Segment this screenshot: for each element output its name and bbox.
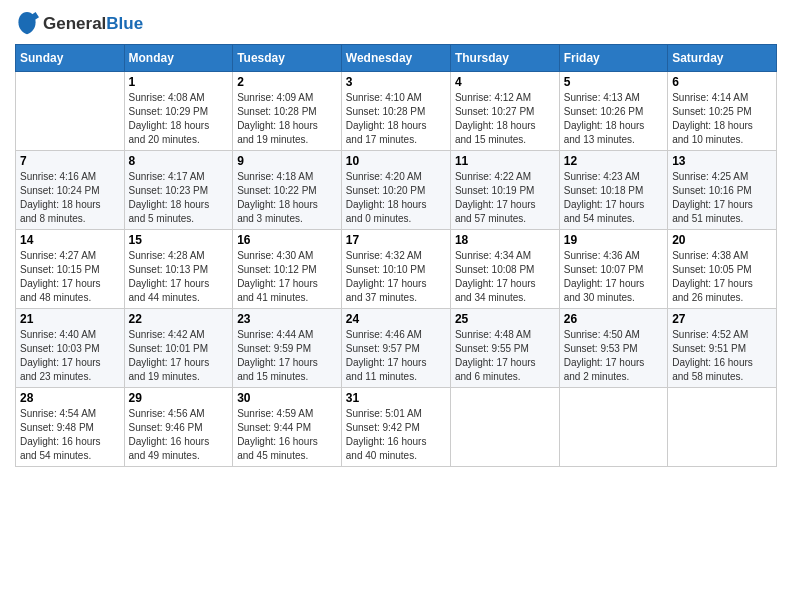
calendar-cell: 28Sunrise: 4:54 AM Sunset: 9:48 PM Dayli… [16, 388, 125, 467]
day-number: 10 [346, 154, 446, 168]
calendar-cell: 7Sunrise: 4:16 AM Sunset: 10:24 PM Dayli… [16, 151, 125, 230]
day-info: Sunrise: 4:14 AM Sunset: 10:25 PM Daylig… [672, 91, 772, 147]
calendar-cell: 24Sunrise: 4:46 AM Sunset: 9:57 PM Dayli… [341, 309, 450, 388]
day-number: 2 [237, 75, 337, 89]
day-number: 5 [564, 75, 663, 89]
day-info: Sunrise: 4:54 AM Sunset: 9:48 PM Dayligh… [20, 407, 120, 463]
day-info: Sunrise: 4:28 AM Sunset: 10:13 PM Daylig… [129, 249, 229, 305]
calendar-cell: 18Sunrise: 4:34 AM Sunset: 10:08 PM Dayl… [450, 230, 559, 309]
calendar-cell: 11Sunrise: 4:22 AM Sunset: 10:19 PM Dayl… [450, 151, 559, 230]
day-info: Sunrise: 4:48 AM Sunset: 9:55 PM Dayligh… [455, 328, 555, 384]
day-info: Sunrise: 4:20 AM Sunset: 10:20 PM Daylig… [346, 170, 446, 226]
weekday-header-wednesday: Wednesday [341, 45, 450, 72]
calendar-cell: 9Sunrise: 4:18 AM Sunset: 10:22 PM Dayli… [233, 151, 342, 230]
day-info: Sunrise: 4:44 AM Sunset: 9:59 PM Dayligh… [237, 328, 337, 384]
day-number: 31 [346, 391, 446, 405]
day-number: 24 [346, 312, 446, 326]
weekday-header-tuesday: Tuesday [233, 45, 342, 72]
day-info: Sunrise: 4:36 AM Sunset: 10:07 PM Daylig… [564, 249, 663, 305]
calendar-cell [559, 388, 667, 467]
day-info: Sunrise: 4:25 AM Sunset: 10:16 PM Daylig… [672, 170, 772, 226]
day-number: 26 [564, 312, 663, 326]
day-number: 8 [129, 154, 229, 168]
day-info: Sunrise: 4:08 AM Sunset: 10:29 PM Daylig… [129, 91, 229, 147]
calendar-cell: 29Sunrise: 4:56 AM Sunset: 9:46 PM Dayli… [124, 388, 233, 467]
calendar-week-3: 14Sunrise: 4:27 AM Sunset: 10:15 PM Dayl… [16, 230, 777, 309]
weekday-header-row: SundayMondayTuesdayWednesdayThursdayFrid… [16, 45, 777, 72]
day-number: 29 [129, 391, 229, 405]
day-number: 18 [455, 233, 555, 247]
calendar-week-1: 1Sunrise: 4:08 AM Sunset: 10:29 PM Dayli… [16, 72, 777, 151]
day-number: 23 [237, 312, 337, 326]
calendar-cell: 1Sunrise: 4:08 AM Sunset: 10:29 PM Dayli… [124, 72, 233, 151]
day-info: Sunrise: 4:09 AM Sunset: 10:28 PM Daylig… [237, 91, 337, 147]
calendar-cell: 17Sunrise: 4:32 AM Sunset: 10:10 PM Dayl… [341, 230, 450, 309]
day-number: 16 [237, 233, 337, 247]
calendar-cell: 14Sunrise: 4:27 AM Sunset: 10:15 PM Dayl… [16, 230, 125, 309]
day-number: 25 [455, 312, 555, 326]
day-number: 6 [672, 75, 772, 89]
calendar-cell: 10Sunrise: 4:20 AM Sunset: 10:20 PM Dayl… [341, 151, 450, 230]
day-info: Sunrise: 4:38 AM Sunset: 10:05 PM Daylig… [672, 249, 772, 305]
calendar-cell [668, 388, 777, 467]
calendar-cell: 8Sunrise: 4:17 AM Sunset: 10:23 PM Dayli… [124, 151, 233, 230]
day-number: 3 [346, 75, 446, 89]
weekday-header-thursday: Thursday [450, 45, 559, 72]
day-info: Sunrise: 4:34 AM Sunset: 10:08 PM Daylig… [455, 249, 555, 305]
day-number: 21 [20, 312, 120, 326]
day-number: 7 [20, 154, 120, 168]
day-info: Sunrise: 4:10 AM Sunset: 10:28 PM Daylig… [346, 91, 446, 147]
day-info: Sunrise: 4:52 AM Sunset: 9:51 PM Dayligh… [672, 328, 772, 384]
weekday-header-friday: Friday [559, 45, 667, 72]
day-number: 11 [455, 154, 555, 168]
day-info: Sunrise: 4:22 AM Sunset: 10:19 PM Daylig… [455, 170, 555, 226]
day-number: 17 [346, 233, 446, 247]
day-number: 1 [129, 75, 229, 89]
weekday-header-saturday: Saturday [668, 45, 777, 72]
day-number: 27 [672, 312, 772, 326]
day-number: 4 [455, 75, 555, 89]
calendar-cell: 3Sunrise: 4:10 AM Sunset: 10:28 PM Dayli… [341, 72, 450, 151]
day-info: Sunrise: 4:27 AM Sunset: 10:15 PM Daylig… [20, 249, 120, 305]
calendar-cell: 22Sunrise: 4:42 AM Sunset: 10:01 PM Dayl… [124, 309, 233, 388]
day-number: 22 [129, 312, 229, 326]
day-info: Sunrise: 4:17 AM Sunset: 10:23 PM Daylig… [129, 170, 229, 226]
day-info: Sunrise: 4:12 AM Sunset: 10:27 PM Daylig… [455, 91, 555, 147]
calendar-cell: 2Sunrise: 4:09 AM Sunset: 10:28 PM Dayli… [233, 72, 342, 151]
day-info: Sunrise: 4:56 AM Sunset: 9:46 PM Dayligh… [129, 407, 229, 463]
calendar-table: SundayMondayTuesdayWednesdayThursdayFrid… [15, 44, 777, 467]
calendar-cell: 6Sunrise: 4:14 AM Sunset: 10:25 PM Dayli… [668, 72, 777, 151]
calendar-cell: 23Sunrise: 4:44 AM Sunset: 9:59 PM Dayli… [233, 309, 342, 388]
calendar-cell [16, 72, 125, 151]
day-info: Sunrise: 4:16 AM Sunset: 10:24 PM Daylig… [20, 170, 120, 226]
calendar-week-2: 7Sunrise: 4:16 AM Sunset: 10:24 PM Dayli… [16, 151, 777, 230]
logo-text: GeneralBlue [43, 14, 143, 34]
day-number: 19 [564, 233, 663, 247]
day-info: Sunrise: 4:59 AM Sunset: 9:44 PM Dayligh… [237, 407, 337, 463]
day-number: 12 [564, 154, 663, 168]
day-info: Sunrise: 4:32 AM Sunset: 10:10 PM Daylig… [346, 249, 446, 305]
day-info: Sunrise: 4:40 AM Sunset: 10:03 PM Daylig… [20, 328, 120, 384]
day-number: 30 [237, 391, 337, 405]
calendar-cell: 4Sunrise: 4:12 AM Sunset: 10:27 PM Dayli… [450, 72, 559, 151]
day-info: Sunrise: 4:30 AM Sunset: 10:12 PM Daylig… [237, 249, 337, 305]
calendar-cell: 15Sunrise: 4:28 AM Sunset: 10:13 PM Dayl… [124, 230, 233, 309]
day-number: 14 [20, 233, 120, 247]
calendar-cell: 31Sunrise: 5:01 AM Sunset: 9:42 PM Dayli… [341, 388, 450, 467]
calendar-cell: 27Sunrise: 4:52 AM Sunset: 9:51 PM Dayli… [668, 309, 777, 388]
day-number: 9 [237, 154, 337, 168]
calendar-cell [450, 388, 559, 467]
day-number: 15 [129, 233, 229, 247]
calendar-cell: 19Sunrise: 4:36 AM Sunset: 10:07 PM Dayl… [559, 230, 667, 309]
day-info: Sunrise: 4:42 AM Sunset: 10:01 PM Daylig… [129, 328, 229, 384]
page-header: GeneralBlue [15, 10, 777, 38]
day-number: 20 [672, 233, 772, 247]
calendar-cell: 21Sunrise: 4:40 AM Sunset: 10:03 PM Dayl… [16, 309, 125, 388]
weekday-header-monday: Monday [124, 45, 233, 72]
calendar-cell: 5Sunrise: 4:13 AM Sunset: 10:26 PM Dayli… [559, 72, 667, 151]
calendar-cell: 30Sunrise: 4:59 AM Sunset: 9:44 PM Dayli… [233, 388, 342, 467]
calendar-cell: 20Sunrise: 4:38 AM Sunset: 10:05 PM Dayl… [668, 230, 777, 309]
day-info: Sunrise: 4:18 AM Sunset: 10:22 PM Daylig… [237, 170, 337, 226]
logo: GeneralBlue [15, 10, 143, 38]
weekday-header-sunday: Sunday [16, 45, 125, 72]
